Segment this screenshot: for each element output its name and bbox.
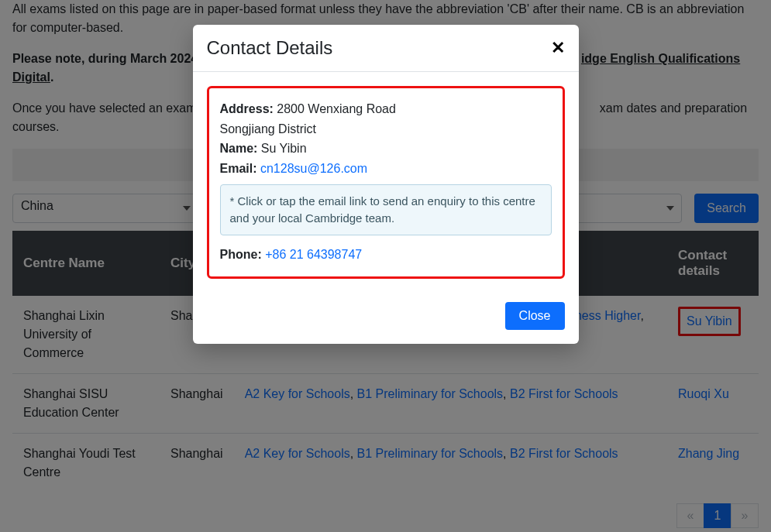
email-link[interactable]: cn128su@126.com (260, 162, 367, 175)
close-button[interactable]: Close (505, 302, 565, 330)
name-label: Name: (220, 142, 258, 155)
phone-link[interactable]: +86 21 64398747 (265, 248, 362, 261)
close-icon[interactable]: ✕ (551, 39, 565, 57)
address-line-1: 2800 Wenxiang Road (277, 102, 396, 115)
contact-details-modal: Contact Details ✕ Address: 2800 Wenxiang… (193, 25, 579, 344)
modal-title: Contact Details (207, 37, 333, 59)
contact-name: Su Yibin (261, 142, 307, 155)
email-note: * Click or tap the email link to send an… (220, 184, 552, 235)
contact-info-box: Address: 2800 Wenxiang Road Songjiang Di… (207, 86, 565, 279)
phone-label: Phone: (220, 248, 262, 261)
email-label: Email: (220, 162, 257, 175)
address-line-2: Songjiang District (220, 119, 552, 139)
address-label: Address: (220, 102, 274, 115)
